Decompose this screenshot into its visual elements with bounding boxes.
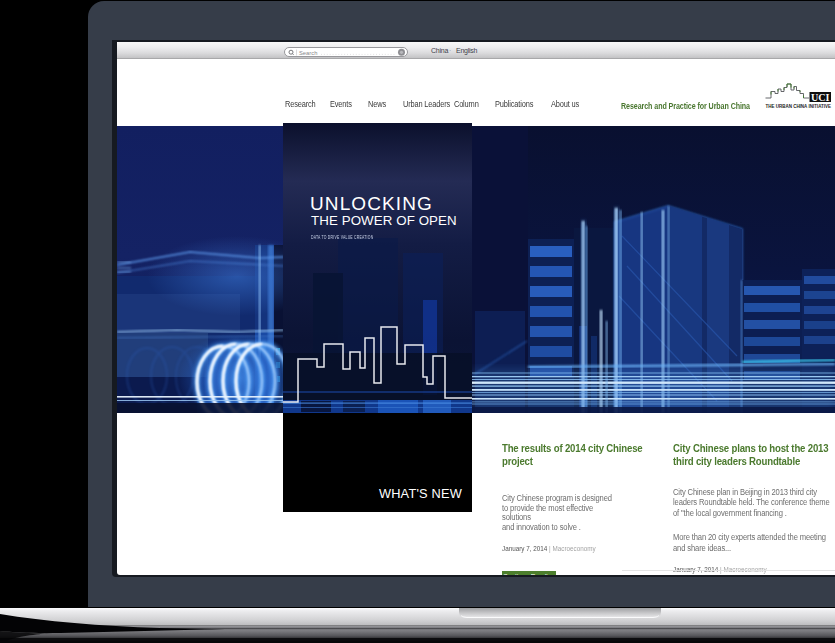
svg-text:THE URBAN CHINA INITIATIVE: THE URBAN CHINA INITIATIVE xyxy=(766,104,832,109)
svg-text:UCI: UCI xyxy=(811,93,830,103)
svg-text:Search: Search xyxy=(299,50,317,56)
